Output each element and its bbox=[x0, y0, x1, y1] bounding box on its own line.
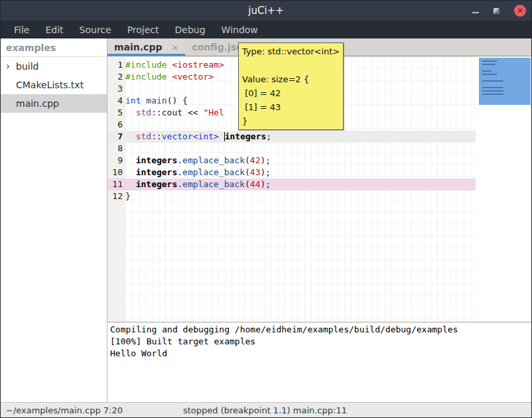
minimap-line bbox=[482, 94, 503, 95]
line-number[interactable]: 4 bbox=[107, 95, 125, 107]
menu-source[interactable]: Source bbox=[73, 23, 118, 37]
minimap-line bbox=[482, 60, 497, 62]
statusbar: ~/examples/main.cpp 7:20 stopped (breakp… bbox=[1, 402, 531, 417]
app-window: juCi++ ✕ File Edit Source Project Debug … bbox=[0, 0, 532, 418]
line-number[interactable]: 9 bbox=[107, 155, 125, 167]
chevron-right-icon[interactable]: › bbox=[6, 62, 15, 72]
minimap-line bbox=[482, 97, 483, 98]
debug-value-tooltip: Type: std::vector<int> Value: size=2 { [… bbox=[238, 42, 344, 130]
minimap-line bbox=[482, 80, 503, 82]
line-number[interactable]: 12 bbox=[107, 190, 125, 202]
terminal-line: [100%] Built target examples bbox=[110, 336, 531, 348]
tooltip-line bbox=[242, 58, 340, 72]
line-number[interactable]: 5 bbox=[107, 107, 125, 119]
sidebar-item-maincpp[interactable]: main.cpp bbox=[1, 94, 107, 113]
tab-maincpp[interactable]: main.cpp × bbox=[107, 38, 185, 56]
code-line[interactable]: } bbox=[125, 190, 476, 202]
menu-debug[interactable]: Debug bbox=[168, 23, 212, 37]
minimap-line bbox=[482, 90, 503, 92]
minimap[interactable] bbox=[479, 58, 531, 105]
minimap-line bbox=[482, 74, 497, 75]
tooltip-line: [0] = 42 bbox=[242, 86, 340, 100]
tree-item-label: build bbox=[16, 61, 38, 72]
tooltip-line: Type: std::vector<int> bbox=[242, 44, 340, 58]
window-controls: ✕ bbox=[472, 1, 526, 21]
tooltip-line: } bbox=[242, 114, 340, 128]
status-debug-state: stopped (breakpoint 1.1) main.cpp:11 bbox=[183, 405, 347, 415]
sidebar-item-build[interactable]: › build bbox=[1, 57, 107, 76]
code-line[interactable]: integers.emplace_back(42); bbox=[125, 155, 476, 167]
line-number[interactable]: 10 bbox=[107, 167, 125, 178]
line-number[interactable]: 3 bbox=[107, 83, 125, 95]
minimize-button-icon[interactable] bbox=[472, 12, 479, 13]
line-number[interactable]: 6 bbox=[107, 119, 125, 131]
line-number[interactable]: 1 bbox=[107, 59, 125, 71]
line-number[interactable]: 11 bbox=[107, 178, 125, 190]
menu-file[interactable]: File bbox=[7, 23, 36, 37]
sidebar-item-cmakelists[interactable]: CMakeLists.txt bbox=[1, 76, 107, 94]
line-number[interactable]: 2 bbox=[107, 71, 125, 83]
menubar: File Edit Source Project Debug Window bbox=[1, 21, 531, 38]
active-tab-underline bbox=[107, 54, 185, 56]
code-line[interactable]: integers.emplace_back(43); bbox=[125, 167, 476, 178]
line-number[interactable]: 8 bbox=[107, 143, 125, 155]
code-line[interactable]: integers.emplace_back(44); bbox=[125, 178, 476, 190]
titlebar[interactable]: juCi++ ✕ bbox=[1, 1, 531, 21]
tree-item-label: main.cpp bbox=[16, 98, 59, 109]
tooltip-line: [1] = 43 bbox=[242, 100, 340, 114]
line-number-gutter[interactable]: 123456789101112 bbox=[107, 56, 125, 322]
window-title: juCi++ bbox=[248, 5, 283, 17]
restore-button-icon[interactable] bbox=[494, 8, 499, 14]
tree-item-label: CMakeLists.txt bbox=[16, 80, 84, 90]
file-tree-sidebar: examples › build CMakeLists.txt main.cpp bbox=[1, 38, 107, 402]
tooltip-line: Value: size=2 { bbox=[242, 72, 340, 86]
tab-label: main.cpp bbox=[114, 42, 162, 52]
project-name-header: examples bbox=[1, 38, 107, 57]
close-icon: ✕ bbox=[517, 7, 523, 15]
menu-window[interactable]: Window bbox=[215, 23, 265, 37]
code-line[interactable] bbox=[125, 143, 476, 155]
tab-close-icon[interactable]: × bbox=[171, 42, 178, 52]
status-file-location: ~/examples/main.cpp 7:20 bbox=[6, 405, 123, 415]
code-line[interactable]: std::vector<int> integers; bbox=[125, 131, 476, 143]
minimap-line bbox=[482, 70, 492, 72]
line-number[interactable]: 7 bbox=[107, 131, 125, 143]
terminal-line: Hello World bbox=[110, 348, 531, 360]
terminal-line: Compiling and debugging /home/eidheim/ex… bbox=[110, 324, 531, 336]
menu-edit[interactable]: Edit bbox=[38, 23, 70, 37]
minimap-line bbox=[482, 64, 496, 65]
build-output-terminal[interactable]: Compiling and debugging /home/eidheim/ex… bbox=[107, 322, 531, 402]
close-button[interactable]: ✕ bbox=[514, 5, 526, 17]
minimap-line bbox=[482, 87, 503, 88]
menu-project[interactable]: Project bbox=[121, 23, 166, 37]
